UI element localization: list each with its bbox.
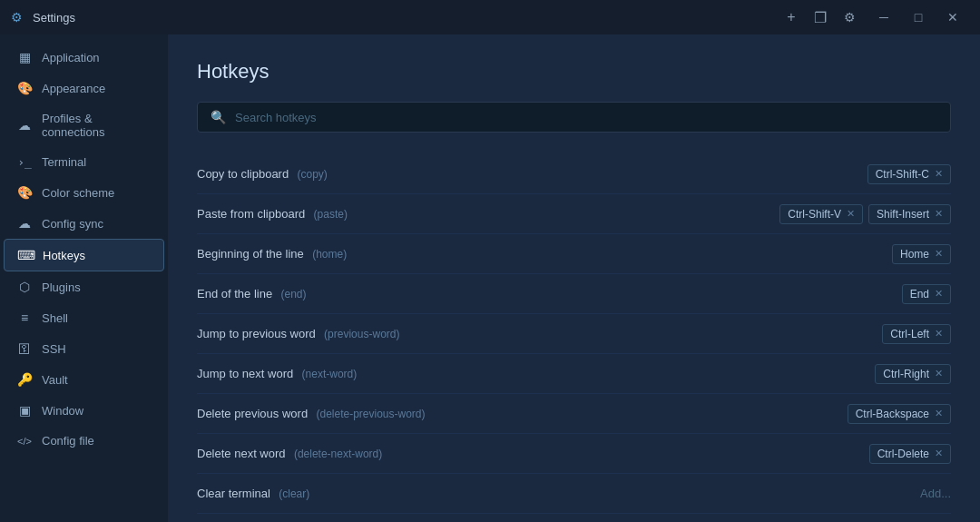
hotkey-row-end-of-line: End of the line (end)End✕: [197, 274, 951, 314]
sidebar-label-application: Application: [42, 51, 100, 64]
hotkey-bindings-clear-terminal: Add...: [920, 487, 951, 500]
hotkey-action-id: (end): [278, 288, 306, 300]
hotkey-action-id: (copy): [294, 168, 328, 181]
app-body: ▦ Application 🎨 Appearance ☁ Profiles & …: [0, 34, 980, 522]
sidebar-label-ssh: SSH: [42, 342, 66, 356]
remove-binding-button[interactable]: ✕: [847, 209, 855, 219]
hotkey-label-delete-next-word: Delete next word (delete-next-word): [197, 447, 869, 460]
sidebar-label-terminal: Terminal: [42, 155, 86, 169]
plugins-icon: ⬡: [16, 280, 33, 294]
sidebar-label-shell: Shell: [42, 311, 68, 325]
hotkey-label-beginning-of-line: Beginning of the line (home): [197, 247, 892, 261]
remove-binding-button[interactable]: ✕: [935, 329, 943, 339]
search-icon: 🔍: [211, 110, 226, 124]
sidebar-label-vault: Vault: [42, 373, 68, 387]
app-icon: ⚙: [11, 10, 25, 25]
appearance-icon: 🎨: [16, 81, 33, 95]
key-badge: Home✕: [892, 244, 951, 264]
hotkey-row-beginning-of-line: Beginning of the line (home)Home✕: [197, 234, 951, 274]
sidebar-label-window: Window: [42, 404, 83, 418]
hotkey-name: End of the line: [197, 287, 272, 300]
sidebar-item-plugins[interactable]: ⬡ Plugins: [4, 271, 164, 302]
key-badge: Ctrl-Left✕: [882, 324, 951, 344]
sidebar-item-shell[interactable]: ≡ Shell: [4, 302, 164, 333]
sidebar-item-terminal[interactable]: ›_ Terminal: [4, 147, 164, 177]
key-badge: Ctrl-Shift-C✕: [867, 164, 951, 184]
duplicate-tab-button[interactable]: ❐: [808, 5, 833, 30]
hotkey-label-end-of-line: End of the line (end): [197, 287, 902, 300]
window-icon: ▣: [16, 403, 33, 418]
sidebar-label-config-sync: Config sync: [42, 217, 103, 231]
hotkey-row-jump-next-word: Jump to next word (next-word)Ctrl-Right✕: [197, 354, 951, 394]
remove-binding-button[interactable]: ✕: [935, 209, 943, 219]
key-badge: Shift-Insert✕: [868, 204, 951, 224]
hotkey-row-paste-from-clipboard: Paste from clipboard (paste)Ctrl-Shift-V…: [197, 194, 951, 234]
sidebar-item-config-sync[interactable]: ☁ Config sync: [4, 208, 164, 239]
config-file-icon: </>: [16, 436, 33, 447]
minimize-button[interactable]: ─: [867, 5, 900, 30]
key-text: Ctrl-Right: [883, 368, 929, 380]
remove-binding-button[interactable]: ✕: [935, 409, 943, 419]
sidebar-item-window[interactable]: ▣ Window: [4, 395, 164, 426]
hotkey-name: Delete next word: [197, 447, 286, 460]
hotkey-action-id: (next-word): [299, 368, 357, 380]
hotkey-name: Clear terminal: [197, 487, 270, 500]
hotkey-name: Beginning of the line: [197, 247, 304, 261]
hotkey-action-id: (clear): [276, 488, 309, 500]
hotkey-row-jump-previous-word: Jump to previous word (previous-word)Ctr…: [197, 314, 951, 354]
titlebar: ⚙ Settings + ❐ ⚙ ─ □ ✕: [0, 0, 980, 34]
hotkey-label-jump-previous-word: Jump to previous word (previous-word): [197, 327, 882, 340]
new-tab-button[interactable]: +: [779, 5, 804, 30]
search-input[interactable]: [235, 111, 937, 124]
key-badge: Ctrl-Backspace✕: [848, 404, 951, 424]
hotkey-row-copy-to-clipboard: Copy to clipboard (copy)Ctrl-Shift-C✕: [197, 154, 951, 194]
sidebar-item-application[interactable]: ▦ Application: [4, 42, 164, 73]
hotkey-action-id: (paste): [310, 208, 348, 221]
hotkey-label-copy-to-clipboard: Copy to clipboard (copy): [197, 167, 867, 181]
remove-binding-button[interactable]: ✕: [935, 169, 943, 179]
close-button[interactable]: ✕: [936, 5, 969, 30]
color-scheme-icon: 🎨: [16, 185, 33, 200]
hotkey-label-delete-previous-word: Delete previous word (delete-previous-wo…: [197, 407, 848, 420]
hotkey-name: Jump to previous word: [197, 327, 316, 340]
sidebar-label-plugins: Plugins: [42, 281, 81, 294]
key-badge: End✕: [902, 284, 951, 304]
sidebar-item-color-scheme[interactable]: 🎨 Color scheme: [4, 177, 164, 208]
maximize-button[interactable]: □: [902, 5, 935, 30]
key-text: Ctrl-Delete: [877, 448, 929, 460]
content-area: Hotkeys 🔍 Copy to clipboard (copy)Ctrl-S…: [168, 34, 980, 522]
remove-binding-button[interactable]: ✕: [935, 448, 943, 458]
add-binding-placeholder[interactable]: Add...: [920, 487, 951, 500]
sidebar-item-appearance[interactable]: 🎨 Appearance: [4, 73, 164, 103]
application-icon: ▦: [16, 50, 33, 64]
sidebar-item-profiles[interactable]: ☁ Profiles & connections: [4, 103, 164, 147]
key-text: End: [910, 288, 929, 300]
sidebar-item-vault[interactable]: 🔑 Vault: [4, 364, 164, 395]
key-text: Ctrl-Shift-C: [876, 168, 929, 181]
hotkey-label-clear-terminal: Clear terminal (clear): [197, 487, 920, 500]
settings-button[interactable]: ⚙: [833, 5, 866, 30]
titlebar-title: Settings: [33, 11, 771, 25]
key-badge: Ctrl-Delete✕: [869, 444, 951, 464]
key-badge: Ctrl-Shift-V✕: [779, 204, 863, 224]
hotkey-bindings-delete-previous-word: Ctrl-Backspace✕: [848, 404, 951, 424]
hotkey-bindings-end-of-line: End✕: [902, 284, 951, 304]
remove-binding-button[interactable]: ✕: [935, 289, 943, 299]
sidebar-label-config-file: Config file: [42, 434, 94, 448]
sidebar-label-color-scheme: Color scheme: [42, 186, 114, 200]
remove-binding-button[interactable]: ✕: [935, 249, 943, 259]
hotkey-action-id: (previous-word): [321, 328, 400, 340]
sidebar-item-hotkeys[interactable]: ⌨ Hotkeys: [4, 239, 164, 271]
hotkey-bindings-beginning-of-line: Home✕: [892, 244, 951, 264]
sidebar-item-ssh[interactable]: ⚿ SSH: [4, 333, 164, 364]
hotkey-name: Delete previous word: [197, 407, 308, 420]
terminal-icon: ›_: [16, 155, 33, 169]
hotkey-name: Paste from clipboard: [197, 207, 305, 221]
sidebar: ▦ Application 🎨 Appearance ☁ Profiles & …: [0, 34, 168, 522]
remove-binding-button[interactable]: ✕: [935, 369, 943, 379]
key-text: Ctrl-Left: [890, 328, 929, 340]
search-bar: 🔍: [197, 102, 951, 133]
window-controls: ⚙ ─ □ ✕: [833, 5, 969, 30]
hotkey-action-id: (home): [309, 248, 347, 261]
sidebar-item-config-file[interactable]: </> Config file: [4, 426, 164, 456]
